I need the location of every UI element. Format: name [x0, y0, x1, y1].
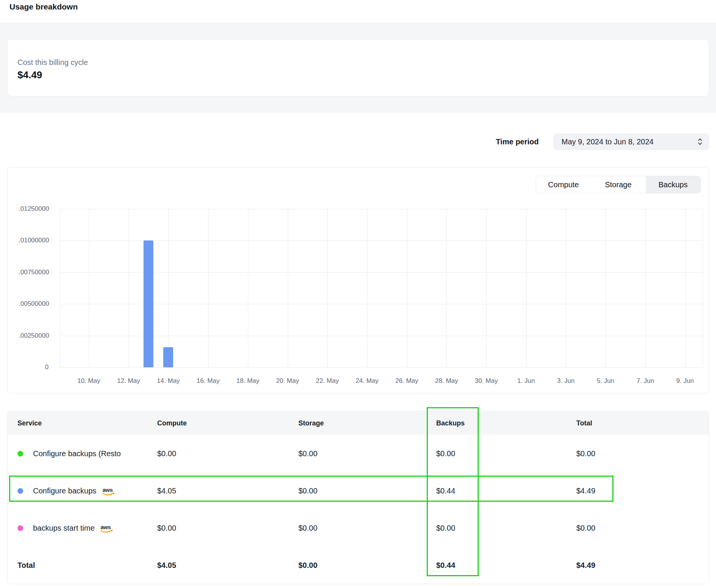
x-gridline [526, 209, 527, 367]
table-row: Configure backups (Resto$0.00$0.00$0.00$… [8, 435, 709, 472]
total-row-label: Total [8, 561, 157, 570]
tab-storage[interactable]: Storage [591, 176, 645, 193]
chart-metric-tabs: ComputeStorageBackups [536, 176, 701, 193]
x-axis-tick-label: 16. May [189, 377, 227, 385]
table-total-row: Total$4.05$0.00$0.44$4.49 [8, 547, 709, 584]
y-axis-tick-label: .00500000 [19, 300, 49, 308]
x-gridline [645, 209, 646, 367]
svg-text:aws: aws [101, 524, 111, 530]
x-gridline [168, 209, 169, 367]
page-title: Usage breakdown [9, 2, 78, 11]
x-axis-tick-label: 28. May [427, 377, 465, 385]
column-header-compute: Compute [157, 419, 298, 427]
x-gridline [89, 209, 89, 367]
cost-card: Cost this billing cycle $4.49 [7, 39, 709, 96]
storage-value: $0.00 [298, 524, 436, 533]
x-gridline [327, 209, 328, 367]
x-axis-tick-label: 22. May [308, 377, 346, 385]
x-gridline [248, 209, 248, 367]
column-header-storage: Storage [298, 419, 436, 427]
y-axis-tick-label: .01250000 [19, 205, 49, 213]
service-color-dot [17, 488, 23, 494]
x-axis-tick-label: 5. Jun [587, 377, 625, 385]
unfold-chevron-icon [697, 138, 703, 146]
x-gridline [566, 209, 566, 367]
table-row: Configure backupsaws$4.05$0.00$0.44$4.49 [8, 472, 709, 509]
bar-chart-plot [60, 209, 703, 367]
y-axis-tick-label: .01000000 [19, 237, 49, 244]
x-axis-tick-label: 9. Jun [666, 377, 704, 385]
usage-breakdown-page: Usage breakdown Cost this billing cycle … [0, 0, 716, 588]
y-axis-tick-label: .00750000 [19, 269, 49, 276]
x-axis-tick-label: 7. Jun [626, 377, 664, 385]
total-value: $0.00 [576, 524, 708, 533]
x-gridline [208, 209, 208, 367]
y-axis-line [60, 209, 60, 367]
y-gridline [60, 209, 703, 209]
service-name: Configure backups [33, 487, 96, 495]
time-period-label: Time period [467, 138, 539, 146]
backups-value: $0.44 [436, 487, 576, 495]
svg-text:aws: aws [103, 487, 113, 493]
storage-value: $0.00 [298, 449, 436, 458]
compute-total-value: $4.05 [157, 561, 298, 570]
table-row: backups start timeaws$0.00$0.00$0.00$0.0… [8, 509, 709, 547]
service-cell: Configure backups (Resto [8, 449, 157, 458]
tab-compute[interactable]: Compute [536, 176, 591, 193]
service-name: backups start time [33, 524, 95, 533]
x-gridline [288, 209, 288, 367]
y-axis-tick-label: 0 [19, 364, 49, 371]
x-gridline [407, 209, 407, 367]
aws-icon: aws [101, 486, 116, 498]
compute-value: $4.05 [157, 487, 298, 495]
time-period-select[interactable]: May 9, 2024 to Jun 8, 2024 [553, 133, 709, 150]
backups-value: $0.00 [436, 524, 576, 533]
cost-amount: $4.49 [17, 69, 42, 81]
y-gridline [60, 336, 703, 336]
x-axis-tick-label: 20. May [269, 377, 307, 385]
storage-total-value: $0.00 [298, 561, 436, 570]
x-gridline [486, 209, 487, 367]
x-gridline [446, 209, 447, 367]
y-gridline [60, 304, 703, 304]
x-axis-tick-label: 30. May [467, 377, 505, 385]
y-gridline [60, 367, 703, 368]
x-axis-tick-label: 24. May [348, 377, 386, 385]
x-axis-tick-label: 12. May [110, 377, 148, 385]
plot-right-edge [703, 209, 703, 367]
usage-bar-14may [163, 347, 173, 367]
total-value: $4.49 [576, 487, 708, 495]
x-axis-tick-label: 18. May [229, 377, 267, 385]
aws-icon: aws [99, 523, 114, 536]
backups-value: $0.00 [436, 449, 576, 458]
cost-label: Cost this billing cycle [17, 58, 88, 67]
usage-chart-card: ComputeStorageBackups .01250000.01000000… [7, 167, 709, 394]
column-header-service: Service [8, 419, 157, 427]
time-period-value: May 9, 2024 to Jun 8, 2024 [553, 138, 697, 146]
y-gridline [60, 272, 703, 273]
service-name: Configure backups (Resto [33, 449, 121, 458]
x-gridline [129, 209, 129, 367]
tab-backups[interactable]: Backups [646, 176, 700, 193]
compute-value: $0.00 [157, 449, 298, 458]
storage-value: $0.00 [298, 487, 436, 495]
service-color-dot [17, 525, 23, 531]
x-axis-tick-label: 10. May [70, 377, 108, 385]
column-header-backups: Backups [436, 419, 576, 427]
compute-value: $0.00 [157, 524, 298, 533]
backups-total-value: $0.44 [436, 561, 576, 570]
x-axis-tick-label: 3. Jun [547, 377, 585, 385]
total-value: $0.00 [576, 449, 708, 458]
x-axis-tick-label: 26. May [388, 377, 426, 385]
service-cell: Configure backupsaws [8, 484, 157, 498]
y-axis-tick-label: .00250000 [19, 332, 49, 340]
x-gridline [685, 209, 686, 367]
x-axis-tick-label: 1. Jun [507, 377, 545, 385]
x-axis-tick-label: 14. May [149, 377, 187, 385]
x-gridline [367, 209, 367, 367]
total-total-value: $4.49 [576, 561, 708, 570]
column-header-total: Total [576, 419, 708, 427]
table-header-row: ServiceComputeStorageBackupsTotal [8, 411, 709, 435]
usage-table-card: ServiceComputeStorageBackupsTotalConfigu… [7, 411, 709, 584]
service-color-dot [17, 451, 23, 457]
